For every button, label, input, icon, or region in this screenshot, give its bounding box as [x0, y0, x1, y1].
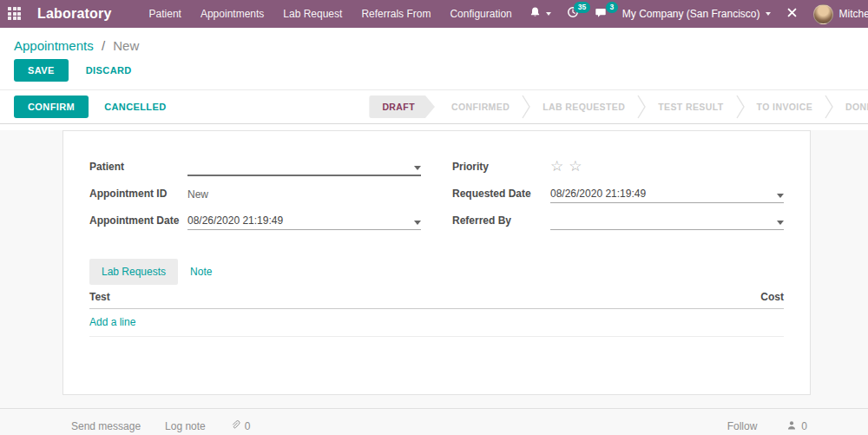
attachment-count: 0	[245, 420, 251, 432]
chevron-down-icon	[766, 12, 771, 16]
user-name: Mitchell Admin	[839, 8, 868, 20]
follow-button[interactable]: Follow	[727, 420, 758, 432]
requested-date-input[interactable]: 08/26/2020 21:19:49	[550, 187, 784, 203]
apps-grid-icon[interactable]	[8, 7, 21, 21]
menu-referrals-from[interactable]: Referrals From	[352, 0, 440, 28]
company-name: My Company (San Francisco)	[622, 8, 760, 20]
field-row-appointment-date: Appointment Date 08/26/2020 21:19:49	[89, 211, 421, 230]
avatar	[813, 4, 833, 24]
star-icon[interactable]: ☆	[550, 158, 569, 175]
main-menu: Patient Appointments Lab Request Referra…	[140, 0, 522, 28]
patient-label: Patient	[89, 161, 187, 176]
paperclip-icon	[230, 419, 240, 433]
menu-configuration[interactable]: Configuration	[440, 0, 521, 28]
menu-lab-request[interactable]: Lab Request	[273, 0, 352, 28]
statusbar: DRAFT CONFIRMED LAB REQUESTED TEST RESUL…	[369, 95, 868, 119]
status-step-draft[interactable]: DRAFT	[369, 96, 435, 118]
priority-widget: ☆☆	[550, 159, 784, 176]
chevron-separator-icon	[637, 95, 646, 119]
chevron-down-icon	[546, 12, 551, 16]
form-right-column: Priority ☆☆ Requested Date 08/26/2020 21…	[452, 157, 784, 238]
breadcrumb-separator: /	[102, 38, 105, 53]
status-step-test-result[interactable]: TEST RESULT	[646, 102, 735, 112]
field-row-priority: Priority ☆☆	[452, 157, 784, 176]
log-note-button[interactable]: Log note	[165, 420, 206, 432]
dropdown-caret-icon[interactable]	[414, 221, 421, 225]
referred-by-input[interactable]	[550, 214, 784, 230]
field-row-patient: Patient	[89, 157, 421, 176]
dropdown-caret-icon[interactable]	[777, 194, 784, 198]
dropdown-caret-icon[interactable]	[777, 221, 784, 225]
column-cost: Cost	[760, 291, 784, 303]
chevron-separator-icon	[522, 95, 530, 119]
priority-label: Priority	[452, 161, 550, 176]
save-button[interactable]: SAVE	[14, 59, 69, 82]
user-menu[interactable]: Mitchell Admin	[806, 0, 868, 28]
menu-appointments[interactable]: Appointments	[191, 0, 273, 28]
breadcrumb-appointments-link[interactable]: Appointments	[14, 38, 94, 53]
status-step-to-invoice[interactable]: TO INVOICE	[745, 102, 825, 112]
form-sheet: Patient Appointment ID New Appointment D…	[62, 130, 811, 395]
send-message-label: Send message	[71, 420, 141, 432]
column-test: Test	[89, 291, 110, 303]
status-step-done[interactable]: DONE	[833, 102, 868, 112]
appointment-date-value: 08/26/2020 21:19:49	[187, 214, 283, 227]
field-row-appointment-id: Appointment ID New	[89, 184, 421, 203]
tools-cross-icon	[786, 6, 798, 22]
field-row-referred-by: Referred By	[452, 211, 784, 230]
followers-button[interactable]: 0	[786, 420, 807, 433]
chatter-footer: Send message Log note 0 Follow 0	[0, 408, 868, 435]
chevron-separator-icon	[736, 95, 745, 119]
app-brand[interactable]: Laboratory	[37, 6, 112, 22]
breadcrumb-current: New	[113, 38, 139, 53]
tab-lab-requests[interactable]: Lab Requests	[89, 259, 178, 285]
patient-input[interactable]	[187, 160, 421, 176]
follow-label: Follow	[727, 420, 758, 432]
chat-bubble-icon	[595, 6, 607, 22]
form-header: CONFIRM CANCELLED DRAFT CONFIRMED LAB RE…	[0, 89, 868, 124]
referred-by-label: Referred By	[452, 214, 550, 230]
person-icon	[786, 420, 797, 433]
activities-button[interactable]: 35	[559, 0, 587, 28]
breadcrumb: Appointments / New	[0, 28, 868, 53]
confirm-button[interactable]: CONFIRM	[14, 96, 89, 118]
developer-tools-button[interactable]	[779, 0, 806, 28]
appointment-date-input[interactable]: 08/26/2020 21:19:49	[187, 214, 421, 230]
notifications-bell[interactable]	[522, 0, 559, 28]
form-left-column: Patient Appointment ID New Appointment D…	[89, 157, 421, 238]
star-icon[interactable]: ☆	[569, 158, 587, 175]
follower-count: 0	[801, 420, 807, 432]
dropdown-caret-icon[interactable]	[414, 166, 421, 170]
discard-button[interactable]: DISCARD	[86, 59, 132, 82]
company-switcher[interactable]: My Company (San Francisco)	[615, 0, 779, 28]
form-body: Patient Appointment ID New Appointment D…	[0, 130, 868, 408]
attachments-button[interactable]: 0	[230, 419, 251, 433]
menu-patient[interactable]: Patient	[140, 0, 191, 28]
lab-requests-table-header: Test Cost	[89, 291, 784, 309]
top-navbar: Laboratory Patient Appointments Lab Requ…	[0, 0, 868, 28]
appointment-date-label: Appointment Date	[89, 214, 187, 230]
chevron-separator-icon	[825, 95, 833, 119]
follower-controls: Follow 0	[698, 420, 807, 433]
send-message-button[interactable]: Send message	[71, 420, 141, 432]
appointment-id-value: New	[187, 187, 421, 203]
tab-note[interactable]: Note	[178, 259, 224, 285]
systray: 35 3 My Company (San Francisco) Mitchell…	[522, 0, 868, 28]
messages-button[interactable]: 3	[587, 0, 615, 28]
cancelled-button[interactable]: CANCELLED	[104, 96, 166, 118]
notebook-tabs: Lab Requests Note	[89, 259, 784, 285]
requested-date-value: 08/26/2020 21:19:49	[550, 188, 646, 200]
field-row-requested-date: Requested Date 08/26/2020 21:19:49	[452, 184, 784, 203]
requested-date-label: Requested Date	[452, 188, 550, 203]
bell-icon	[529, 6, 541, 22]
priority-stars: ☆☆	[550, 159, 588, 174]
control-panel-buttons: SAVE DISCARD	[0, 53, 868, 89]
status-step-lab-requested[interactable]: LAB REQUESTED	[530, 102, 637, 112]
appointment-id-text: New	[187, 188, 208, 201]
status-step-confirmed[interactable]: CONFIRMED	[439, 102, 522, 112]
appointment-id-label: Appointment ID	[89, 188, 187, 203]
log-note-label: Log note	[165, 420, 206, 432]
add-a-line-link[interactable]: Add a line	[89, 309, 784, 337]
